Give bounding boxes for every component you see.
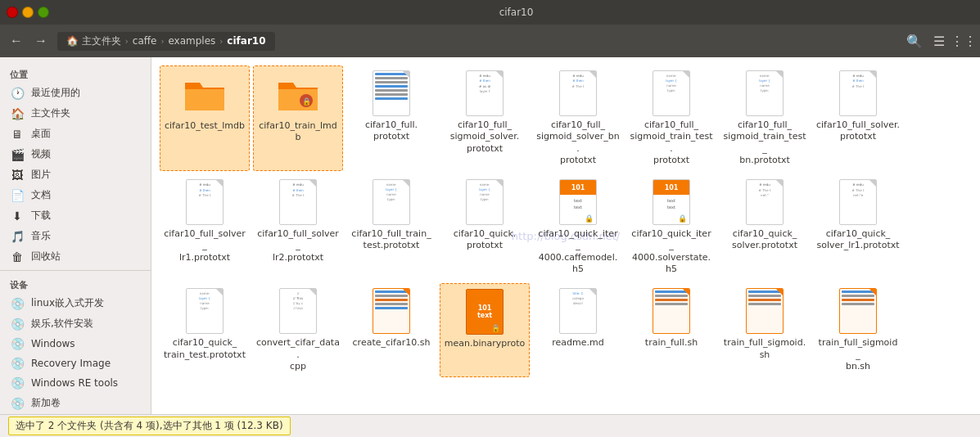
minimize-button[interactable] <box>22 7 34 18</box>
menu-button[interactable]: ☰ <box>928 29 951 52</box>
file-item-full-train-test[interactable]: name: layer { name type: cifar10_full_tr… <box>346 174 436 280</box>
sidebar: 位置 🕐 最近使用的 🏠 主文件夹 🖥 桌面 🎬 视频 🖼 图片 📄 文档 ⬇ … <box>0 57 151 414</box>
file-item-convert-cifar[interactable]: // // This // by c // Usa convert_cifar_… <box>253 283 343 377</box>
sidebar-item-newvol[interactable]: 💿 新加卷 <box>0 393 151 413</box>
entertainment-icon: 💿 <box>10 318 25 331</box>
recovery-icon: 💿 <box>10 357 25 370</box>
titlebar: cifar10 <box>0 0 980 25</box>
breadcrumb-cifar10[interactable]: cifar10 <box>224 35 268 47</box>
file-icon: name: layer { name type: <box>648 70 694 116</box>
sidebar-divider <box>0 270 151 271</box>
statusbar: 选中了 2 个文件夹 (共含有 4 项),选中了其他 1 项 (12.3 KB) <box>0 414 980 437</box>
file-item-create-cifar10[interactable]: create_cifar10.sh <box>346 283 436 377</box>
sidebar-label-documents: 文档 <box>31 188 51 202</box>
documents-icon: 📄 <box>10 189 25 202</box>
file-item-quick-solver[interactable]: # redu # The t net:" cifar10_quick_solve… <box>720 174 810 280</box>
file-label: cifar10_full_train_test.prototxt <box>351 228 431 252</box>
sidebar-label-videos: 视频 <box>31 147 51 161</box>
file-item-sigmoid-solver[interactable]: # redu # then # as di layer f cifar10_fu… <box>440 65 530 171</box>
toolbar: ← → 🏠 主文件夹 › caffe › examples › cifar10 … <box>0 25 980 57</box>
sidebar-item-home[interactable]: 🏠 主文件夹 <box>0 103 151 124</box>
sidebar-item-desktop[interactable]: 🖥 桌面 <box>0 124 151 144</box>
file-label: cifar10_quick_solver_lr1.prototxt <box>816 228 899 252</box>
sidebar-item-trash[interactable]: 🗑 回收站 <box>0 246 151 267</box>
file-label: cifar10_quick_solver.prototxt <box>732 228 797 252</box>
file-icon: 101 texttext 🔒 <box>555 179 601 225</box>
sidebar-item-entertainment[interactable]: 💿 娱乐,软件安装 <box>0 313 151 334</box>
file-item-cifar10-train-lmdb[interactable]: 🔒 cifar10_train_lmdb <box>253 65 343 171</box>
file-icon <box>648 288 694 334</box>
trash-icon: 🗑 <box>10 250 25 264</box>
downloads-icon: ⬇ <box>10 209 25 223</box>
breadcrumb-caffe[interactable]: caffe <box>130 35 160 47</box>
folder-icon <box>182 71 228 117</box>
file-item-full-solver[interactable]: # redu # then # The t cifar10_full_solve… <box>813 65 903 171</box>
sidebar-item-linux-dev[interactable]: 💿 linux嵌入式开发 <box>0 293 151 313</box>
file-item-cifar10-full-prototxt[interactable]: cifar10_full.prototxt <box>346 65 436 171</box>
sidebar-item-documents[interactable]: 📄 文档 <box>0 185 151 205</box>
sidebar-item-windows[interactable]: 💿 Windows <box>0 334 151 354</box>
sidebar-item-downloads[interactable]: ⬇ 下载 <box>0 205 151 226</box>
file-icon: # redu # The t net:"e <box>835 179 881 225</box>
file-icon: # redu # The t net:" <box>742 179 788 225</box>
file-label: mean.binaryproto <box>445 338 526 349</box>
file-label: cifar10_full_solver_lr1.prototxt <box>163 228 246 264</box>
file-icon <box>835 288 881 334</box>
file-label: cifar10_test_lmdb <box>165 120 245 132</box>
file-item-solver-lr1[interactable]: # redu # then # The t cifar10_full_solve… <box>160 174 250 280</box>
close-button[interactable] <box>7 7 18 18</box>
file-label: cifar10_quick.prototxt <box>454 228 517 252</box>
sidebar-item-recent[interactable]: 🕐 最近使用的 <box>0 83 151 103</box>
sidebar-item-cpp[interactable]: 💿 C/C++/java/计算机... <box>0 413 151 414</box>
search-button[interactable]: 🔍 <box>903 29 926 52</box>
file-label: cifar10_quick_train_test.prototxt <box>164 337 246 361</box>
file-item-train-full-sigmoid[interactable]: train_full_sigmoid.sh <box>720 283 810 377</box>
window-title: cifar10 <box>499 7 534 18</box>
sidebar-label-desktop: 桌面 <box>31 127 51 141</box>
file-item-quick-prototxt[interactable]: name: layer { name type: cifar10_quick.p… <box>440 174 530 280</box>
music-icon: 🎵 <box>10 230 25 243</box>
sidebar-label-music: 音乐 <box>31 229 51 243</box>
status-text: 选中了 2 个文件夹 (共含有 4 项),选中了其他 1 项 (12.3 KB) <box>8 417 291 435</box>
sidebar-item-winre[interactable]: 💿 Windows RE tools <box>0 373 151 393</box>
sidebar-item-videos[interactable]: 🎬 视频 <box>0 144 151 164</box>
file-item-caffemodel[interactable]: 101 texttext 🔒 cifar10_quick_iter_4000.c… <box>533 174 623 280</box>
file-item-solver-lr2[interactable]: # redu # then # The t cifar10_full_solve… <box>253 174 343 280</box>
file-icon <box>742 288 788 334</box>
sidebar-item-pictures[interactable]: 🖼 图片 <box>0 164 151 185</box>
sidebar-item-music[interactable]: 🎵 音乐 <box>0 226 151 246</box>
newvol-icon: 💿 <box>10 397 25 410</box>
file-item-mean-binaryproto[interactable]: 101text 🔒 mean.binaryproto <box>440 283 530 377</box>
sidebar-label-windows: Windows <box>31 338 75 349</box>
maximize-button[interactable] <box>38 7 49 18</box>
sidebar-label-winre: Windows RE tools <box>31 377 118 389</box>
file-item-train-full[interactable]: train_full.sh <box>626 283 716 377</box>
file-icon: # redu # then # The t <box>555 70 601 116</box>
file-item-quick-solver-lr1[interactable]: # redu # The t net:"e cifar10_quick_solv… <box>813 174 903 280</box>
main-container: 位置 🕐 最近使用的 🏠 主文件夹 🖥 桌面 🎬 视频 🖼 图片 📄 文档 ⬇ … <box>0 57 980 414</box>
file-item-train-full-sigmoid-bn[interactable]: train_full_sigmoid_bn.sh <box>813 283 903 377</box>
videos-icon: 🎬 <box>10 148 25 161</box>
file-item-readme[interactable]: title: C catego descri readme.md <box>533 283 623 377</box>
file-label: cifar10_full_sigmoid_train_test_bn.proto… <box>723 119 806 166</box>
file-item-solverstate[interactable]: 101 texttext 🔒 cifar10_quick_iter_4000.s… <box>626 174 716 280</box>
breadcrumb-examples[interactable]: examples <box>165 35 218 47</box>
back-button[interactable]: ← <box>5 29 28 52</box>
file-item-cifar10-test-lmdb[interactable]: cifar10_test_lmdb <box>160 65 250 171</box>
breadcrumb-home[interactable]: 🏠 主文件夹 <box>64 34 124 48</box>
file-icon: # redu # then # The t <box>275 179 321 225</box>
sidebar-label-entertainment: 娱乐,软件安装 <box>31 317 93 331</box>
file-item-quick-train-test[interactable]: name: layer { name type: cifar10_quick_t… <box>160 283 250 377</box>
sidebar-label-linux-dev: linux嵌入式开发 <box>31 296 104 310</box>
file-item-sigmoid-train-bn[interactable]: name: layer { name type: cifar10_full_si… <box>720 65 810 171</box>
file-item-sigmoid-train-test[interactable]: name: layer { name type: cifar10_full_si… <box>626 65 716 171</box>
file-item-sigmoid-solver-bn[interactable]: # redu # then # The t cifar10_full_sigmo… <box>533 65 623 171</box>
sidebar-item-recovery[interactable]: 💿 Recovery Image <box>0 354 151 373</box>
sidebar-section-places: 位置 <box>0 64 151 83</box>
file-label: convert_cifar_data.cpp <box>256 337 340 372</box>
file-icon: 101 texttext 🔒 <box>648 179 694 225</box>
home-icon: 🏠 <box>10 107 25 120</box>
file-label: cifar10_full_solver_lr2.prototxt <box>256 228 340 264</box>
view-button[interactable]: ⋮⋮ <box>952 29 975 52</box>
forward-button[interactable]: → <box>29 29 52 52</box>
